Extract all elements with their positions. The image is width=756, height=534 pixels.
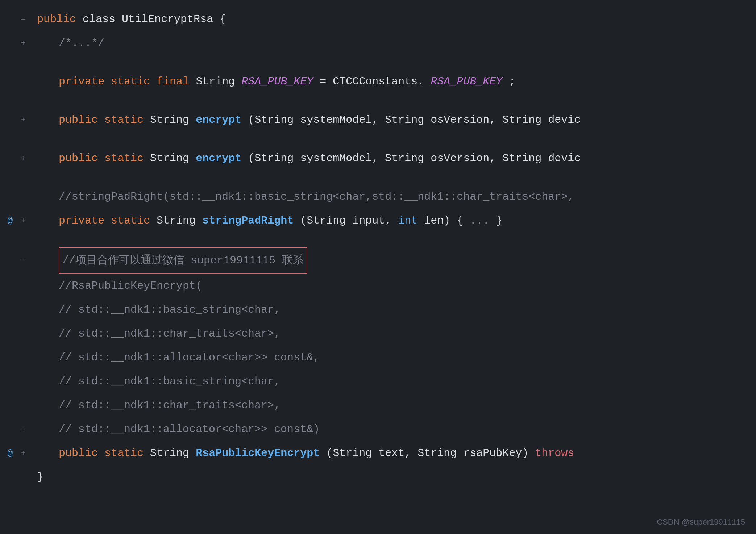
code-line-rsa-comment4: // std::__ndk1::allocator<char>> const&,: [0, 346, 756, 370]
kw-static4: static: [104, 447, 144, 459]
code-content-rsa-c3: // std::__ndk1::char_traits<char>,: [30, 322, 756, 346]
class-name: UtilEncryptRsa {: [122, 13, 226, 25]
type-string: String: [196, 75, 241, 88]
fold-icon-class[interactable]: —: [17, 15, 30, 24]
params1: (String systemModel, String osVersion, S…: [248, 114, 581, 126]
kw-public1: public: [59, 114, 98, 126]
spacer-3: [0, 132, 756, 146]
rsa-params: (String text, String rsaPubKey): [326, 447, 535, 459]
code-content-strpad-comment: //stringPadRight(std::__ndk1::basic_stri…: [30, 185, 756, 209]
code-line-rsa-comment7: − // std::__ndk1::allocator<char>> const…: [0, 417, 756, 441]
code-line-class-header: — public class UtilEncryptRsa {: [0, 7, 756, 31]
constants-ref-italic: RSA_PUB_KEY: [431, 75, 502, 88]
code-content-comment-block: /*...*/: [30, 31, 756, 55]
keyword-class: class: [83, 13, 122, 25]
code-content-encrypt2: public static String encrypt (String sys…: [30, 146, 756, 170]
code-line-field: private static final String RSA_PUB_KEY …: [0, 70, 756, 93]
code-content-strpadright: private static String stringPadRight (St…: [30, 209, 756, 233]
fold-icon-rsa-method[interactable]: +: [17, 449, 30, 458]
code-content-field: private static final String RSA_PUB_KEY …: [30, 70, 756, 93]
comment-rsa2: // std::__ndk1::basic_string<char,: [59, 304, 281, 316]
code-content-contact: //项目合作可以通过微信 super19911115 联系: [30, 247, 756, 274]
watermark: CSDN @super19911115: [657, 517, 745, 527]
method-encrypt2: encrypt: [196, 152, 241, 164]
code-line-rsa-comment2: // std::__ndk1::basic_string<char,: [0, 298, 756, 322]
param-close: }: [496, 214, 502, 227]
highlighted-comment-box: //项目合作可以通过微信 super19911115 联系: [59, 247, 307, 274]
fold-icon-encrypt2[interactable]: +: [17, 154, 30, 163]
code-content-rsa-c4: // std::__ndk1::allocator<char>> const&,: [30, 346, 756, 370]
comment-rsa7: // std::__ndk1::allocator<char>> const&): [59, 423, 320, 435]
kw-public4: public: [59, 447, 98, 459]
comment-rsa4: // std::__ndk1::allocator<char>> const&,: [59, 351, 320, 364]
type-string5: String: [150, 447, 196, 459]
code-line-rsa-comment3: // std::__ndk1::char_traits<char>,: [0, 322, 756, 346]
keyword-final: final: [157, 75, 189, 88]
kw-public2: public: [59, 152, 98, 164]
keyword-private: private: [59, 75, 104, 88]
keyword-throws: throws: [535, 447, 574, 459]
method-strpadright: stringPadRight: [202, 214, 294, 227]
comment-block-text: /*...*/: [59, 37, 104, 49]
equals: = CTCCConstants.: [320, 75, 424, 88]
code-content-rsa-c2: // std::__ndk1::basic_string<char,: [30, 298, 756, 322]
param-open: (String input,: [300, 214, 398, 227]
fold-icon-minus[interactable]: −: [17, 425, 30, 434]
code-content-rsa-pub: public static String RsaPublicKeyEncrypt…: [30, 441, 756, 465]
code-content-rsa-c5: // std::__ndk1::basic_string<char,: [30, 370, 756, 393]
kw-private3: private: [59, 214, 104, 227]
code-line-rsa-comment6: // std::__ndk1::char_traits<char>,: [0, 393, 756, 417]
code-line-rsa-comment1: //RsaPublicKeyEncrypt(: [0, 274, 756, 298]
fold-icon-strpad[interactable]: +: [17, 217, 30, 225]
fold-icon-rsa-pub[interactable]: −: [17, 256, 30, 265]
code-content-class: public class UtilEncryptRsa {: [30, 7, 756, 31]
code-content-encrypt1: public static String encrypt (String sys…: [30, 108, 756, 132]
keyword-int: int: [398, 214, 418, 227]
code-line-closing-brace: }: [0, 465, 756, 489]
code-line-strpadright: @ + private static String stringPadRight…: [0, 209, 756, 233]
code-line-encrypt2: + public static String encrypt (String s…: [0, 146, 756, 170]
code-line-encrypt1: + public static String encrypt (String s…: [0, 108, 756, 132]
comment-rsa1: //RsaPublicKeyEncrypt(: [59, 280, 202, 292]
code-content-brace: }: [30, 465, 756, 489]
at-marker-strpad: @: [4, 216, 17, 226]
ellipsis: ...: [470, 214, 489, 227]
code-line-rsa-pub-method: @ + public static String RsaPublicKeyEnc…: [0, 441, 756, 465]
kw-static3: static: [111, 214, 150, 227]
fold-icon-comment[interactable]: +: [17, 39, 30, 47]
comment-rsa5: // std::__ndk1::basic_string<char,: [59, 375, 281, 388]
code-line-strpad-comment: //stringPadRight(std::__ndk1::basic_stri…: [0, 185, 756, 209]
method-rsa-pub: RsaPublicKeyEncrypt: [196, 447, 320, 459]
type-string3: String: [150, 152, 196, 164]
type-string2: String: [150, 114, 196, 126]
kw-static2: static: [104, 152, 144, 164]
comment-contact-text: //项目合作可以通过微信 super19911115 联系: [62, 254, 304, 267]
closing-brace: }: [37, 471, 43, 483]
code-line-contact-comment: − //项目合作可以通过微信 super19911115 联系: [0, 247, 756, 274]
comment-rsa6: // std::__ndk1::char_traits<char>,: [59, 399, 281, 412]
code-editor: — public class UtilEncryptRsa { + /*...*…: [0, 0, 756, 496]
semicolon: ;: [509, 75, 515, 88]
spacer-5: [0, 233, 756, 247]
spacer-2: [0, 93, 756, 108]
comment-rsa3: // std::__ndk1::char_traits<char>,: [59, 328, 281, 340]
at-marker-rsa: @: [4, 449, 17, 458]
spacer-4: [0, 170, 756, 185]
kw-static1: static: [104, 114, 144, 126]
code-content-rsa-c7: // std::__ndk1::allocator<char>> const&): [30, 417, 756, 441]
fold-icon-encrypt1[interactable]: +: [17, 116, 30, 124]
spacer-1: [0, 55, 756, 70]
code-line-rsa-comment5: // std::__ndk1::basic_string<char,: [0, 370, 756, 393]
comment-strpad: //stringPadRight(std::__ndk1::basic_stri…: [59, 191, 574, 203]
method-encrypt1: encrypt: [196, 114, 241, 126]
keyword-public: public: [37, 13, 76, 25]
keyword-static: static: [111, 75, 150, 88]
type-string4: String: [157, 214, 202, 227]
code-content-rsa-c6: // std::__ndk1::char_traits<char>,: [30, 393, 756, 417]
code-content-rsa-c1: //RsaPublicKeyEncrypt(: [30, 274, 756, 298]
param-len: len) {: [424, 214, 463, 227]
params2: (String systemModel, String osVersion, S…: [248, 152, 581, 164]
code-line-comment-block: + /*...*/: [0, 31, 756, 55]
field-name-italic: RSA_PUB_KEY: [241, 75, 313, 88]
